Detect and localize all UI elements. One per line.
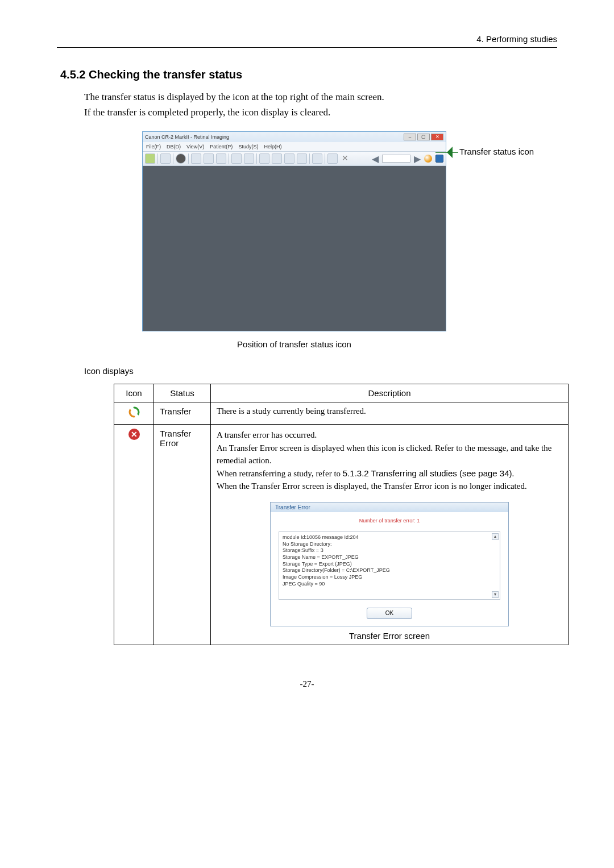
- section-number: 4.5.2: [60, 68, 85, 81]
- section-heading: 4.5.2 Checking the transfer status: [60, 68, 557, 81]
- close-button[interactable]: ✕: [431, 134, 443, 140]
- dialog-message-box: module Id:10056 message Id:204 No Storag…: [279, 531, 500, 600]
- menu-item[interactable]: DB(D): [167, 144, 181, 149]
- section-intro: The transfer status is displayed by the …: [84, 89, 557, 120]
- status-cell: Transfer Error: [154, 425, 211, 645]
- dialog-body: Number of transfer error: 1 module Id:10…: [271, 512, 508, 600]
- toolbar-icon[interactable]: [272, 153, 282, 164]
- app-toolbar: ✕ ◀ ▶: [143, 151, 446, 166]
- transfer-status-icon[interactable]: [424, 155, 432, 163]
- dialog-message-text: module Id:10056 message Id:204 No Storag…: [283, 534, 496, 588]
- callout-label: Transfer status icon: [459, 147, 534, 156]
- status-cell: Transfer: [154, 402, 211, 425]
- next-nav-icon[interactable]: ▶: [414, 153, 421, 164]
- intro-line: If the transfer is completed properly, t…: [84, 105, 557, 120]
- intro-line: The transfer status is displayed by the …: [84, 89, 557, 105]
- window-controls: – ▢ ✕: [404, 134, 443, 140]
- toolbar-separator: [157, 153, 158, 164]
- delete-icon[interactable]: ✕: [340, 153, 350, 164]
- transfer-progress-icon: [128, 406, 140, 418]
- icon-cell: [114, 402, 154, 425]
- toolbar-icon[interactable]: [204, 153, 214, 164]
- figure-transfer-status-position: Canon CR-2 MarkII - Retinal Imaging – ▢ …: [142, 131, 557, 331]
- minimize-button[interactable]: –: [404, 134, 416, 140]
- app-body-area: [143, 166, 446, 331]
- toolbar-icon[interactable]: [259, 153, 269, 164]
- toolbar-icon[interactable]: [191, 153, 201, 164]
- app-titlebar: Canon CR-2 MarkII - Retinal Imaging – ▢ …: [143, 132, 446, 142]
- toolbar-icon[interactable]: [145, 153, 155, 164]
- table-header-row: Icon Status Description: [114, 384, 569, 402]
- menu-item[interactable]: Patient(P): [210, 144, 233, 149]
- toolbar-icon[interactable]: [216, 153, 226, 164]
- desc-line: An Transfer Error screen is displayed wh…: [217, 442, 562, 467]
- toolbar-right-group: ◀ ▶: [372, 153, 443, 164]
- table-row: Transfer There is a study currently bein…: [114, 402, 569, 425]
- toolbar-separator: [256, 153, 257, 164]
- menu-item[interactable]: Help(H): [264, 144, 281, 149]
- description-cell: There is a study currently being transfe…: [211, 402, 569, 425]
- callout-arrowhead-icon: [447, 147, 453, 158]
- toolbar-separator: [229, 153, 229, 164]
- nav-strip[interactable]: [382, 155, 410, 163]
- app-title: Canon CR-2 MarkII - Retinal Imaging: [145, 134, 229, 140]
- page-header: 4. Performing studies: [57, 34, 557, 48]
- menu-item[interactable]: Study(S): [238, 144, 258, 149]
- toolbar-separator: [173, 153, 173, 164]
- prev-nav-icon[interactable]: ◀: [372, 153, 379, 164]
- desc-text: .: [512, 469, 515, 478]
- toolbar-icon[interactable]: [176, 153, 186, 164]
- scroll-down-button[interactable]: ▾: [492, 591, 499, 598]
- desc-text: When retransferring a study, refer to: [217, 469, 343, 478]
- toolbar-separator: [325, 153, 325, 164]
- page-number: -27-: [57, 679, 557, 689]
- col-header-description: Description: [211, 384, 569, 402]
- desc-line: A transfer error has occurred.: [217, 429, 562, 442]
- ok-button[interactable]: OK: [367, 608, 412, 619]
- transfer-error-dialog: Transfer Error Number of transfer error:…: [270, 502, 509, 626]
- toolbar-icon[interactable]: [284, 153, 294, 164]
- desc-line: When the Transfer Error screen is displa…: [217, 480, 562, 493]
- transfer-error-icon: ✕: [128, 429, 140, 440]
- desc-line: When retransferring a study, refer to 5.…: [217, 467, 562, 480]
- icon-displays-table: Icon Status Description Transfer There i…: [114, 384, 569, 645]
- scroll-up-button[interactable]: ▴: [492, 533, 499, 540]
- cross-reference: 5.1.3.2 Transferring all studies (see pa…: [343, 468, 512, 478]
- toolbar-icon[interactable]: [297, 153, 307, 164]
- toolbar-icon[interactable]: [327, 153, 338, 164]
- app-window: Canon CR-2 MarkII - Retinal Imaging – ▢ …: [142, 131, 446, 331]
- icon-cell: ✕: [114, 425, 154, 645]
- toolbar-separator: [309, 153, 310, 164]
- toolbar-separator: [188, 153, 189, 164]
- toolbar-icon[interactable]: [231, 153, 242, 164]
- exit-icon[interactable]: [435, 155, 443, 163]
- dialog-caption: Transfer Error screen: [217, 631, 562, 641]
- toolbar-icon[interactable]: [312, 153, 322, 164]
- dialog-footer: OK: [271, 600, 508, 626]
- col-header-icon: Icon: [114, 384, 154, 402]
- col-header-status: Status: [154, 384, 211, 402]
- dialog-title: Transfer Error: [271, 502, 508, 512]
- toolbar-icon[interactable]: [160, 153, 171, 164]
- maximize-button[interactable]: ▢: [417, 134, 430, 140]
- toolbar-icon[interactable]: [244, 153, 254, 164]
- icon-displays-heading: Icon displays: [84, 366, 557, 376]
- table-row: ✕ Transfer Error A transfer error has oc…: [114, 425, 569, 645]
- menu-item[interactable]: File(F): [146, 144, 161, 149]
- section-title: Checking the transfer status: [89, 68, 242, 81]
- figure-caption: Position of transfer status icon: [142, 339, 446, 349]
- dialog-error-count: Number of transfer error: 1: [279, 518, 500, 524]
- description-cell: A transfer error has occurred. An Transf…: [211, 425, 569, 645]
- app-menubar: File(F) DB(D) View(V) Patient(P) Study(S…: [143, 142, 446, 151]
- menu-item[interactable]: View(V): [186, 144, 204, 149]
